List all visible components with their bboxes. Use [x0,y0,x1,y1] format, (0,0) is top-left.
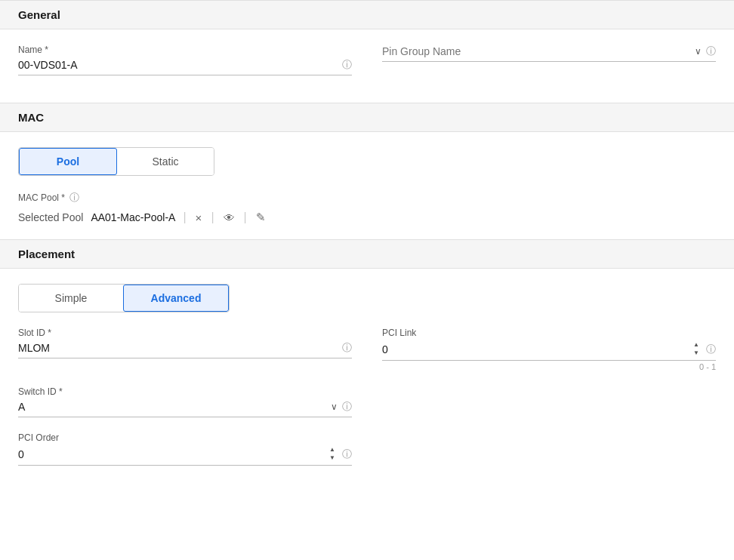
pin-group-dropdown-wrapper: ∨ ⓘ [382,45,716,62]
pin-group-chevron-icon: ∨ [695,46,702,57]
eye-icon: 👁 [224,211,235,224]
switch-id-chevron-icon: ∨ [331,402,338,412]
pci-order-group: PCI Order ▲ ▼ ⓘ [18,432,352,466]
pci-link-input[interactable] [382,343,686,355]
mac-pool-label: MAC Pool * [18,192,65,203]
pci-link-label: PCI Link [382,328,716,338]
mac-section-body: Pool Static MAC Pool * ⓘ Selected Pool A… [0,132,734,239]
switch-id-info-icon[interactable]: ⓘ [342,400,352,414]
placement-section-body: Simple Advanced Slot ID * ⓘ PCI Link ▲ [0,269,734,493]
switch-id-label: Switch ID * [18,386,352,397]
pin-group-info-icon[interactable]: ⓘ [706,45,716,58]
pci-order-row: PCI Order ▲ ▼ ⓘ [18,432,716,466]
general-section-header: General [0,0,734,29]
clear-pool-button[interactable]: × [194,211,204,224]
switch-id-input[interactable] [18,401,326,413]
pci-order-input[interactable] [18,448,322,460]
pci-link-spinner-wrapper: ▲ ▼ ⓘ [382,341,716,361]
slot-id-group: Slot ID * ⓘ [18,328,352,371]
general-title: General [18,8,60,21]
placement-section-header: Placement [0,239,734,269]
name-label: Name * [18,45,352,55]
placement-toggle-group: Simple Advanced [18,284,230,312]
pci-link-decrement[interactable]: ▼ [691,349,702,357]
selected-pool-label: Selected Pool [18,211,83,223]
pci-link-range: 0 - 1 [382,362,716,371]
switch-id-dropdown-wrapper: ∨ ⓘ [18,400,352,417]
slot-pci-row: Slot ID * ⓘ PCI Link ▲ ▼ ⓘ 0 - 1 [18,328,716,371]
mac-pool-toggle[interactable]: Pool [19,148,117,175]
placement-advanced-toggle[interactable]: Advanced [123,285,229,312]
pci-order-decrement[interactable]: ▼ [327,454,338,462]
pci-order-increment[interactable]: ▲ [327,446,338,454]
divider-2: | [211,211,214,224]
edit-pool-button[interactable]: ✎ [254,211,267,224]
page: General Name * ⓘ ∨ ⓘ MAC [0,0,734,560]
general-form-row: Name * ⓘ ∨ ⓘ [18,45,716,75]
view-pool-button[interactable]: 👁 [222,211,236,224]
pci-order-spinner-wrapper: ▲ ▼ ⓘ [18,446,352,466]
pin-group-field-group: ∨ ⓘ [382,45,716,75]
pci-link-group: PCI Link ▲ ▼ ⓘ 0 - 1 [382,328,716,371]
mac-title: MAC [18,111,44,124]
mac-section-header: MAC [0,103,734,132]
edit-icon: ✎ [256,211,266,223]
selected-pool-row: Selected Pool AA01-Mac-Pool-A | × | 👁 | … [18,211,716,224]
pci-order-spinner-btns: ▲ ▼ [327,446,338,462]
pci-link-spinner-btns: ▲ ▼ [691,341,702,357]
pin-group-input[interactable] [382,45,690,57]
pci-order-placeholder-group [382,432,716,466]
pci-order-label: PCI Order [18,432,352,443]
name-field-group: Name * ⓘ [18,45,352,75]
pci-order-info-icon[interactable]: ⓘ [342,448,352,461]
switch-id-placeholder-group [382,386,716,417]
name-input-wrapper: ⓘ [18,58,352,75]
switch-id-group: Switch ID * ∨ ⓘ [18,386,352,417]
placement-title: Placement [18,248,75,260]
mac-toggle-group: Pool Static [18,147,214,176]
name-input[interactable] [18,59,338,71]
general-section-body: Name * ⓘ ∨ ⓘ [0,29,734,103]
mac-pool-label-row: MAC Pool * ⓘ [18,191,716,205]
switch-id-row: Switch ID * ∨ ⓘ [18,386,716,417]
mac-pool-info-icon[interactable]: ⓘ [69,191,79,205]
slot-id-label: Slot ID * [18,328,352,338]
placement-simple-toggle[interactable]: Simple [19,285,123,312]
slot-id-info-icon[interactable]: ⓘ [342,341,352,355]
slot-id-input[interactable] [18,342,338,354]
pci-link-info-icon[interactable]: ⓘ [706,343,716,356]
name-info-icon[interactable]: ⓘ [342,58,352,72]
mac-static-toggle[interactable]: Static [117,148,214,175]
divider-1: | [183,211,186,224]
selected-pool-value: AA01-Mac-Pool-A [91,211,175,223]
divider-3: | [244,211,247,224]
pci-link-increment[interactable]: ▲ [691,341,702,349]
slot-id-input-wrapper: ⓘ [18,341,352,358]
